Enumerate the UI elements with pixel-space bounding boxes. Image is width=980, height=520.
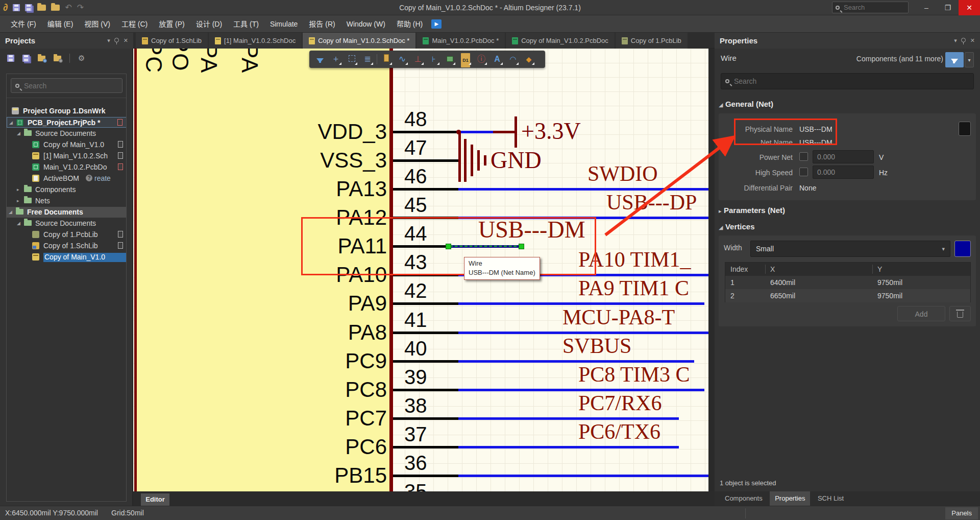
pin-name[interactable]: PC7 bbox=[266, 405, 387, 432]
scope-label[interactable]: Components (and 11 more) bbox=[856, 55, 943, 63]
net-label[interactable]: USB---DP bbox=[606, 191, 697, 214]
pin-name[interactable]: PB15 bbox=[266, 462, 387, 489]
properties-close-icon[interactable]: ✕ bbox=[970, 37, 975, 44]
pin-number[interactable]: 35 bbox=[404, 481, 427, 491]
align-icon[interactable]: ≣ bbox=[361, 53, 374, 66]
pin[interactable] bbox=[393, 360, 458, 363]
gnd-port-label[interactable]: GND bbox=[491, 149, 542, 172]
titlebar-search-input[interactable] bbox=[843, 3, 899, 12]
tab-sch-list[interactable]: SCH List bbox=[813, 491, 849, 506]
power-port-label[interactable]: +3.3V bbox=[521, 120, 581, 143]
collapse-icon[interactable]: ▸ bbox=[17, 187, 19, 192]
place-directive-icon[interactable]: D1 bbox=[459, 53, 472, 66]
menu-reports[interactable]: 报告 (R) bbox=[303, 15, 340, 33]
place-arc-icon[interactable]: ◠ bbox=[506, 53, 520, 66]
tab-copy-of-main-pcbdoc[interactable]: Copy of Main_V1.0.2.PcbDoc bbox=[506, 33, 615, 49]
projects-close-icon[interactable]: ✕ bbox=[124, 37, 128, 44]
tab-copy-of-main-schdoc[interactable]: Copy of Main_V1.0.2.SchDoc * bbox=[303, 33, 415, 49]
tree-item-free-documents[interactable]: ◢ Free Documents bbox=[7, 207, 127, 218]
properties-pin-icon[interactable] bbox=[961, 38, 966, 44]
schematic-editor[interactable]: PC PO PA PA VDD_3 VSS_3 PA13 PA12 PA11 P… bbox=[133, 49, 708, 491]
pin-number[interactable]: 38 bbox=[404, 395, 427, 416]
editor-scrollbar[interactable] bbox=[708, 49, 715, 491]
minimize-button[interactable]: – bbox=[916, 0, 937, 15]
place-gnd-icon[interactable]: ⊥ bbox=[411, 53, 425, 66]
pin-name[interactable]: VSS_3 bbox=[266, 147, 387, 174]
expand-icon[interactable]: ◢ bbox=[9, 120, 13, 125]
pin[interactable] bbox=[393, 159, 460, 162]
open-icon[interactable] bbox=[37, 5, 46, 11]
tab-properties[interactable]: Properties bbox=[770, 491, 810, 506]
place-pin-icon[interactable]: ⊦ bbox=[427, 53, 440, 66]
place-wire-icon[interactable]: ∿ bbox=[396, 53, 409, 66]
power-net-checkbox[interactable] bbox=[799, 152, 808, 161]
power-bar-icon[interactable] bbox=[514, 116, 517, 148]
add-vertex-button[interactable]: Add bbox=[897, 306, 945, 321]
net-label[interactable]: PC7/RX6 bbox=[578, 391, 662, 415]
tree-item-source-documents[interactable]: ◢ Source Documents bbox=[7, 128, 127, 139]
pin[interactable] bbox=[393, 188, 458, 191]
section-parameters[interactable]: ▸ Parameters (Net) bbox=[719, 206, 785, 215]
pin-name[interactable]: PA8 bbox=[266, 319, 387, 346]
projects-search-input[interactable] bbox=[23, 81, 105, 90]
search-folder-icon[interactable] bbox=[38, 56, 45, 61]
net-label[interactable]: SVBUS bbox=[562, 334, 631, 358]
menu-help[interactable]: 帮助 (H) bbox=[391, 15, 428, 33]
pin-number[interactable]: 47 bbox=[404, 137, 427, 158]
no-erc-icon[interactable]: ⓘ bbox=[475, 53, 488, 66]
tree-item-activebom[interactable]: ActiveBOM ? reate bbox=[7, 173, 127, 184]
tree-item-copy-of-1-schlib[interactable]: Copy of 1.SchLib bbox=[7, 241, 127, 251]
tab-copy-of-1-schlib[interactable]: Copy of 1.SchLib bbox=[136, 33, 208, 49]
place-sheet-icon[interactable] bbox=[443, 53, 456, 66]
tree-item-nets[interactable]: ▸ Nets bbox=[7, 196, 127, 206]
pin-name[interactable]: PC8 bbox=[266, 376, 387, 403]
pin-name[interactable]: VDD_3 bbox=[266, 119, 387, 145]
section-general[interactable]: ◢ General (Net) bbox=[719, 100, 773, 109]
redo-icon[interactable]: ↷ bbox=[77, 2, 84, 13]
close-button[interactable]: ✕ bbox=[959, 0, 980, 15]
menu-tools[interactable]: 工具 (T) bbox=[228, 15, 264, 33]
vertex-row[interactable]: 1 6400mil 9750mil bbox=[725, 276, 970, 289]
place-text-icon[interactable]: A bbox=[491, 53, 504, 66]
pin-name[interactable]: PC6 bbox=[266, 434, 387, 460]
pin-name[interactable]: PC9 bbox=[266, 348, 387, 374]
menu-edit[interactable]: 编辑 (E) bbox=[42, 15, 79, 33]
pin-number[interactable]: 41 bbox=[404, 310, 427, 330]
tree-item-copy-of-main-schdoc[interactable]: Copy of Main_V1.0 bbox=[7, 139, 127, 150]
pin[interactable] bbox=[393, 417, 458, 420]
save-all-icon[interactable] bbox=[25, 4, 32, 11]
tree-item-free-source-documents[interactable]: ◢ Source Documents bbox=[7, 218, 127, 229]
undo-icon[interactable]: ↶ bbox=[65, 2, 71, 13]
pin[interactable] bbox=[393, 131, 458, 133]
place-junction-icon[interactable]: ◆ bbox=[522, 53, 535, 66]
projects-search[interactable] bbox=[11, 78, 122, 93]
properties-dropdown-icon[interactable]: ▾ bbox=[954, 37, 957, 44]
wire[interactable] bbox=[458, 475, 708, 477]
menu-window[interactable]: Window (W) bbox=[341, 15, 391, 33]
net-label[interactable]: MCU-PA8-T bbox=[562, 305, 675, 329]
gnd-plate-icon[interactable] bbox=[464, 139, 467, 182]
high-speed-input[interactable] bbox=[813, 166, 874, 179]
projects-dropdown-icon[interactable]: ▾ bbox=[107, 37, 110, 44]
high-speed-checkbox[interactable] bbox=[799, 168, 808, 176]
pin[interactable] bbox=[393, 389, 458, 391]
tree-item-main-pcbdoc[interactable]: Main_V1.0.2.PcbDo bbox=[7, 162, 127, 173]
scope-filter-button[interactable] bbox=[945, 52, 964, 67]
menu-file[interactable]: 文件 (F) bbox=[5, 15, 42, 33]
net-label[interactable]: SWDIO bbox=[587, 162, 658, 185]
width-select[interactable]: Small ▾ bbox=[750, 241, 950, 257]
pin[interactable] bbox=[393, 332, 458, 334]
vertex-row[interactable]: 2 6650mil 9750mil bbox=[725, 289, 970, 302]
tree-item-copy-of-1-pcblib[interactable]: Copy of 1.PcbLib bbox=[7, 229, 127, 240]
delete-vertex-button[interactable] bbox=[949, 306, 971, 321]
tree-item-main-schdoc[interactable]: [1] Main_V1.0.2.Sch bbox=[7, 151, 127, 161]
wire-color-swatch[interactable] bbox=[954, 241, 971, 257]
net-label[interactable]: PC6/TX6 bbox=[578, 420, 660, 443]
tree-item-project-group[interactable]: Project Group 1.DsnWrk bbox=[7, 106, 127, 116]
save-project-icon[interactable] bbox=[7, 55, 14, 62]
expand-icon[interactable]: ◢ bbox=[9, 209, 12, 215]
pin-number[interactable]: 46 bbox=[404, 166, 427, 186]
select-area-icon[interactable] bbox=[345, 53, 358, 66]
pin[interactable] bbox=[393, 446, 458, 448]
tab-components[interactable]: Components bbox=[720, 491, 768, 506]
